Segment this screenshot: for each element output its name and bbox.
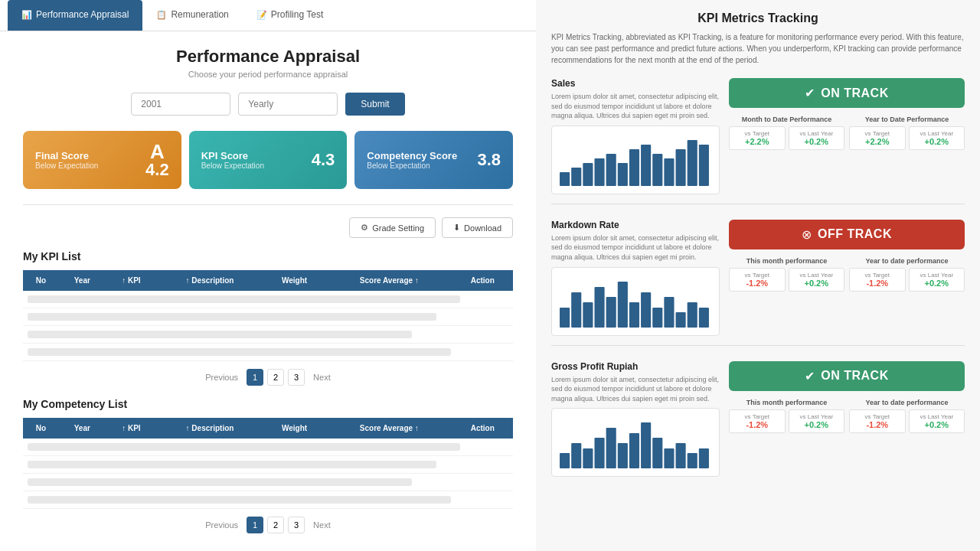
comp-prev-btn[interactable]: Previous <box>201 519 243 531</box>
ytd-vs-last-year-label: vs Last Year <box>913 130 962 137</box>
period-input[interactable] <box>238 93 338 116</box>
metric-chart-area: Sales Lorem ipsum dolor sit amet, consec… <box>551 78 720 194</box>
metric-stats: ✔ ON TRACK This month performance vs Tar… <box>729 361 965 478</box>
mtd-vs-last-year-value: +0.2% <box>792 137 841 146</box>
final-score-letter: A <box>150 142 165 161</box>
comp-col-weight: Weight <box>263 418 326 439</box>
track-icon: ⊗ <box>802 227 812 242</box>
metric-chart-area: Markdown Rate Lorem ipsum dolor sit amet… <box>551 220 720 336</box>
ytd-vs-last-year-label: vs Last Year <box>913 272 962 279</box>
metric-sales: Sales Lorem ipsum dolor sit amet, consec… <box>551 78 965 204</box>
page-2-btn[interactable]: 2 <box>267 369 284 386</box>
ytd-vs-target-label: vs Target <box>853 272 902 279</box>
ytd-vs-last-year-label: vs Last Year <box>913 413 962 420</box>
table-row <box>23 456 513 474</box>
table-row <box>23 326 513 344</box>
metric-name: Sales <box>551 78 720 89</box>
svg-rect-27 <box>571 443 581 468</box>
metric-header: Sales Lorem ipsum dolor sit amet, consec… <box>551 78 965 194</box>
mtd-vs-target-label: vs Target <box>733 130 782 137</box>
track-status: ON TRACK <box>821 369 888 383</box>
tab-remuneration[interactable]: 📋 Remuneration <box>142 0 242 31</box>
svg-rect-5 <box>618 163 628 186</box>
download-icon: ⬇ <box>453 223 460 233</box>
comp-col-desc: ↑ Description <box>157 418 263 439</box>
year-input[interactable] <box>131 93 230 116</box>
col-no: No <box>23 270 59 291</box>
metric-description: Lorem ipsum dolor sit amet, consectetur … <box>551 92 720 121</box>
year-to-date-header: Year to Date Performance <box>849 116 965 123</box>
col-desc: ↑ Description <box>157 270 263 291</box>
section-divider <box>23 204 513 205</box>
kpi-score-card: KPI Score Below Expectation 4.3 <box>189 131 348 189</box>
prev-btn[interactable]: Previous <box>201 371 243 383</box>
svg-rect-18 <box>618 282 628 328</box>
ytd-vs-target: vs Target -1.2% <box>849 268 906 292</box>
next-btn[interactable]: Next <box>309 371 335 383</box>
download-button[interactable]: ⬇ Download <box>442 217 513 238</box>
comp-col-year: Year <box>59 418 106 439</box>
tab-profiling-test[interactable]: 📝 Profiling Test <box>243 0 337 31</box>
page-subtitle: Choose your period performance appraisal <box>23 70 513 79</box>
grade-setting-button[interactable]: ⚙ Grade Setting <box>349 217 436 238</box>
month-to-date-header: Month to Date Performance <box>729 116 844 123</box>
comp-page-2-btn[interactable]: 2 <box>267 517 284 533</box>
table-row <box>23 439 513 456</box>
comp-next-btn[interactable]: Next <box>309 519 335 531</box>
svg-rect-0 <box>560 172 570 186</box>
year-to-date-grid: vs Target -1.2% vs Last Year +0.2% <box>849 268 965 292</box>
col-kpi: ↑ KPI <box>106 270 157 291</box>
bar-chart-svg <box>558 132 713 186</box>
svg-rect-31 <box>618 443 628 468</box>
comp-col-kpi: ↑ KPI <box>106 418 157 439</box>
kpi-score-label: KPI Score <box>201 150 264 161</box>
main-content: Performance Appraisal Choose your period… <box>0 31 536 551</box>
comp-page-1-btn[interactable]: 1 <box>247 517 263 533</box>
metric-chart-area: Gross Profit Rupiah Lorem ipsum dolor si… <box>551 361 720 478</box>
year-to-date-col: Year to date performance vs Target -1.2%… <box>849 257 965 292</box>
ytd-vs-last-year-value: +0.2% <box>913 420 962 429</box>
remuneration-icon: 📋 <box>156 10 167 20</box>
col-score: Score Average ↑ <box>326 270 452 291</box>
svg-rect-3 <box>594 158 604 186</box>
comp-page-3-btn[interactable]: 3 <box>288 517 305 533</box>
month-to-date-grid: vs Target -1.2% vs Last Year +0.2% <box>729 268 844 292</box>
competency-score-label: Competency Score <box>367 150 457 161</box>
final-score-sublabel: Below Expectation <box>35 161 98 170</box>
gear-icon: ⚙ <box>361 223 368 233</box>
svg-rect-24 <box>688 302 697 328</box>
bar-chart <box>551 126 720 194</box>
svg-rect-9 <box>664 158 674 186</box>
kpi-score-sublabel: Below Expectation <box>201 161 264 170</box>
year-to-date-header: Year to date performance <box>849 399 965 406</box>
metric-stats: ⊗ OFF TRACK This month performance vs Ta… <box>729 220 965 336</box>
mtd-vs-last-year-label: vs Last Year <box>792 130 841 137</box>
competency-list-title: My Competency List <box>23 398 513 410</box>
svg-rect-4 <box>606 154 616 186</box>
svg-rect-19 <box>629 302 639 328</box>
submit-button[interactable]: Submit <box>345 93 404 116</box>
page-1-btn[interactable]: 1 <box>247 369 263 386</box>
metric-description: Lorem ipsum dolor sit amet, consectetur … <box>551 375 720 404</box>
month-to-date-header: This month performance <box>729 399 844 406</box>
svg-rect-2 <box>583 163 593 186</box>
ytd-vs-last-year: vs Last Year +0.2% <box>909 409 965 433</box>
mtd-vs-last-year: vs Last Year +0.2% <box>789 268 845 292</box>
competency-score-sublabel: Below Expectation <box>367 161 457 170</box>
svg-rect-26 <box>560 453 570 468</box>
svg-rect-36 <box>676 443 686 468</box>
svg-rect-38 <box>699 448 709 468</box>
track-status: OFF TRACK <box>818 227 892 241</box>
year-to-date-grid: vs Target -1.2% vs Last Year +0.2% <box>849 409 965 433</box>
profiling-icon: 📝 <box>256 10 267 20</box>
page-3-btn[interactable]: 3 <box>288 369 305 386</box>
month-to-date-col: Month to Date Performance vs Target +2.2… <box>729 116 844 150</box>
tab-bar: 📊 Performance Appraisal 📋 Remuneration 📝… <box>0 0 536 31</box>
ytd-vs-target-value: -1.2% <box>853 279 902 288</box>
tab-performance-appraisal[interactable]: 📊 Performance Appraisal <box>8 0 142 31</box>
ytd-vs-last-year-value: +0.2% <box>913 137 962 146</box>
svg-rect-11 <box>688 140 697 186</box>
month-to-date-col: This month performance vs Target -1.2% v… <box>729 399 844 433</box>
comp-col-no: No <box>23 418 59 439</box>
col-weight: Weight <box>263 270 326 291</box>
